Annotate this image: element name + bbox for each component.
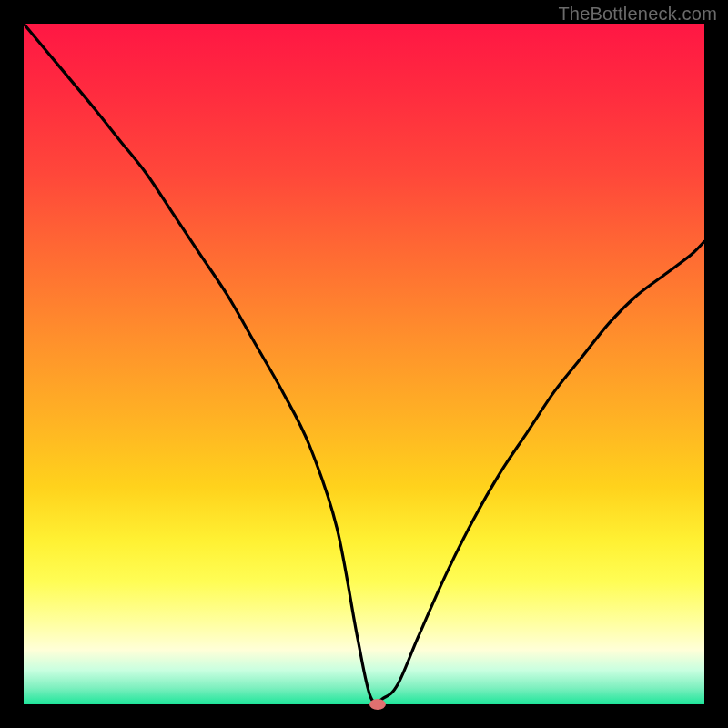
- chart-frame: TheBottleneck.com: [0, 0, 728, 728]
- plot-background: [24, 24, 704, 704]
- optimum-marker: [369, 699, 386, 710]
- bottleneck-chart: [0, 0, 728, 728]
- watermark: TheBottleneck.com: [558, 4, 717, 25]
